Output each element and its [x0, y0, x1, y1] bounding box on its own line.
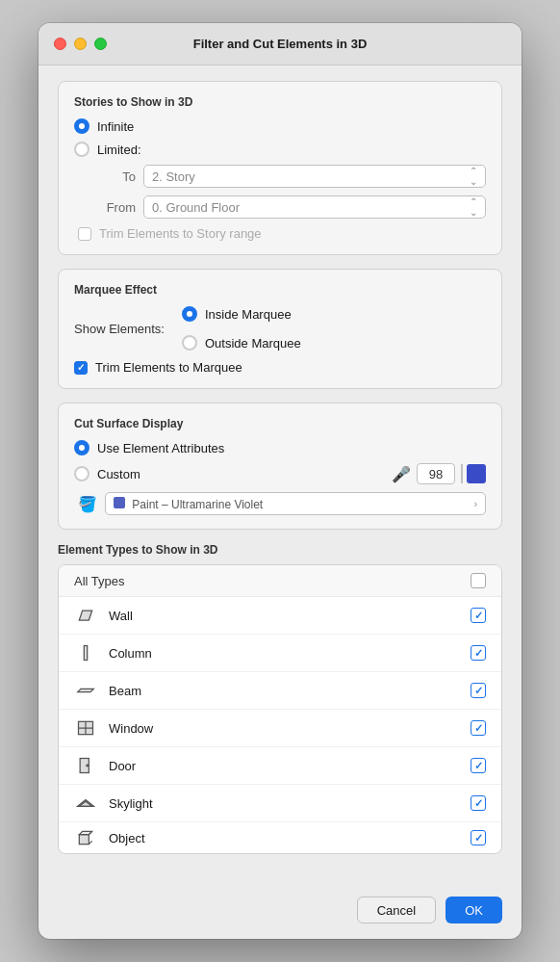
all-types-label: All Types: [74, 574, 125, 588]
paint-dropdown-arrow: ›: [474, 499, 477, 509]
outside-marquee-label: Outside Marquee: [205, 336, 301, 351]
inside-marquee-label: Inside Marquee: [205, 307, 292, 322]
object-icon: [74, 826, 97, 849]
to-label: To: [97, 169, 136, 184]
minimize-button[interactable]: [74, 38, 87, 50]
trim-story-checkbox[interactable]: [78, 227, 91, 241]
skylight-checkbox[interactable]: ✓: [471, 795, 486, 811]
element-types-table: All Types Wall ✓: [58, 564, 502, 854]
infinite-label: Infinite: [97, 119, 134, 134]
beam-label: Beam: [109, 684, 459, 698]
custom-label: Custom: [97, 467, 140, 481]
window-checkbox[interactable]: ✓: [471, 720, 486, 736]
to-dropdown-row: To 2. Story ⌃⌄: [74, 165, 486, 188]
inside-marquee-radio[interactable]: [182, 306, 197, 322]
wall-label: Wall: [109, 609, 459, 623]
use-element-label: Use Element Attributes: [97, 441, 224, 455]
paint-dropdown-row: 🪣 Paint – Ultramarine Violet ›: [74, 492, 486, 515]
paint-dropdown-content: Paint – Ultramarine Violet: [114, 497, 263, 511]
use-element-row[interactable]: Use Element Attributes: [74, 440, 486, 455]
svg-rect-10: [79, 835, 89, 845]
object-checkbox[interactable]: ✓: [471, 830, 486, 845]
skylight-label: Skylight: [109, 796, 459, 811]
infinite-radio-row[interactable]: Infinite: [74, 118, 486, 134]
all-types-checkbox[interactable]: [471, 573, 486, 588]
marquee-radio-options: Inside Marquee Outside Marquee: [182, 306, 301, 351]
column-label: Column: [109, 646, 459, 661]
stories-section-label: Stories to Show in 3D: [74, 95, 486, 109]
table-row[interactable]: Beam ✓: [59, 672, 501, 710]
pen-icon: 🎤: [392, 465, 411, 483]
show-elements-row: Show Elements: Inside Marquee Outside Ma…: [74, 306, 486, 351]
element-types-label: Element Types to Show in 3D: [58, 543, 502, 557]
door-checkbox[interactable]: ✓: [471, 758, 486, 773]
wall-icon: [74, 604, 97, 627]
custom-controls: 🎤 98: [392, 463, 486, 484]
opacity-field[interactable]: 98: [417, 463, 455, 484]
table-row[interactable]: Door ✓: [59, 747, 501, 785]
close-button[interactable]: [54, 38, 66, 50]
svg-marker-2: [78, 689, 94, 691]
inside-marquee-row[interactable]: Inside Marquee: [182, 306, 301, 322]
door-icon: [74, 754, 97, 777]
cancel-button[interactable]: Cancel: [357, 897, 436, 923]
trim-story-row[interactable]: Trim Elements to Story range: [74, 226, 486, 241]
object-label: Object: [109, 831, 459, 845]
main-window: Filter and Cut Elements in 3D Stories to…: [38, 23, 522, 939]
color-swatch[interactable]: [467, 464, 486, 483]
to-dropdown-arrow: ⌃⌄: [470, 166, 477, 187]
window-label: Window: [109, 721, 459, 736]
beam-checkbox[interactable]: ✓: [471, 683, 486, 698]
svg-point-7: [87, 765, 89, 767]
from-label: From: [97, 200, 136, 215]
paint-bucket-icon: 🪣: [78, 495, 97, 513]
limited-radio-row[interactable]: Limited:: [74, 142, 486, 157]
table-row[interactable]: Column ✓: [59, 635, 501, 672]
limited-radio[interactable]: [74, 142, 89, 157]
column-icon: [74, 641, 97, 664]
trim-marquee-label: Trim Elements to Marquee: [95, 360, 242, 375]
custom-radio[interactable]: [74, 466, 89, 481]
marquee-section: Marquee Effect Show Elements: Inside Mar…: [58, 269, 502, 389]
stories-section: Stories to Show in 3D Infinite Limited: …: [58, 81, 502, 255]
to-value: 2. Story: [152, 169, 195, 184]
ok-button[interactable]: OK: [445, 897, 502, 923]
show-elements-label: Show Elements:: [74, 322, 170, 336]
trim-story-label: Trim Elements to Story range: [99, 226, 262, 241]
table-row[interactable]: Wall ✓: [59, 597, 501, 635]
beam-icon: [74, 679, 97, 702]
use-element-radio[interactable]: [74, 440, 89, 455]
to-dropdown[interactable]: 2. Story ⌃⌄: [143, 165, 486, 188]
column-checkbox[interactable]: ✓: [471, 645, 486, 661]
paint-dropdown[interactable]: Paint – Ultramarine Violet ›: [105, 492, 486, 515]
outside-marquee-radio[interactable]: [182, 335, 197, 351]
trim-marquee-row[interactable]: Trim Elements to Marquee: [74, 360, 486, 375]
from-dropdown[interactable]: 0. Ground Floor ⌃⌄: [143, 195, 486, 219]
skylight-icon: [74, 792, 97, 815]
wall-checkbox[interactable]: ✓: [471, 608, 486, 623]
outside-marquee-row[interactable]: Outside Marquee: [182, 335, 301, 351]
from-dropdown-arrow: ⌃⌄: [470, 196, 477, 218]
cut-surface-section: Cut Surface Display Use Element Attribut…: [58, 403, 502, 530]
trim-marquee-checkbox[interactable]: [74, 361, 88, 375]
paint-label: Paint – Ultramarine Violet: [132, 498, 263, 511]
window-icon: [74, 716, 97, 740]
footer: Cancel OK: [38, 887, 522, 939]
content-area: Stories to Show in 3D Infinite Limited: …: [38, 65, 522, 887]
element-types-section: Element Types to Show in 3D All Types Wa…: [58, 543, 502, 854]
table-row[interactable]: Object ✓: [59, 822, 501, 853]
table-row[interactable]: Skylight ✓: [59, 785, 501, 822]
from-dropdown-row: From 0. Ground Floor ⌃⌄: [74, 195, 486, 219]
table-row[interactable]: Window ✓: [59, 710, 501, 747]
svg-rect-1: [84, 646, 87, 661]
door-label: Door: [109, 759, 459, 773]
cut-surface-label: Cut Surface Display: [74, 417, 486, 430]
maximize-button[interactable]: [94, 38, 107, 50]
paint-color-swatch: [114, 497, 125, 508]
marquee-section-label: Marquee Effect: [74, 283, 486, 297]
window-title: Filter and Cut Elements in 3D: [193, 37, 368, 51]
from-value: 0. Ground Floor: [152, 200, 240, 215]
custom-row: Custom 🎤 98: [74, 463, 486, 484]
all-types-header[interactable]: All Types: [59, 565, 501, 597]
infinite-radio[interactable]: [74, 118, 89, 134]
